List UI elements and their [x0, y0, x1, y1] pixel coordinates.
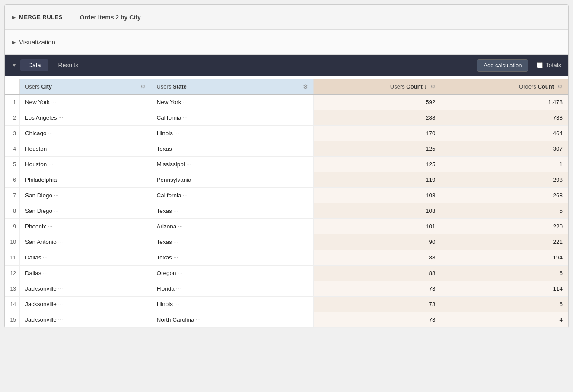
toolbar-dropdown-icon[interactable]: ▼: [12, 62, 17, 68]
cell-users-count: 73: [314, 312, 441, 328]
table-row[interactable]: 6Philadelphia···Pennsylvania···119298: [5, 172, 568, 188]
cell-city: Houston···: [19, 141, 151, 157]
toolbar: ▼ Data Results Add calculation Totals: [5, 55, 568, 76]
cell-orders-count: 194: [441, 250, 568, 266]
cell-index: 4: [5, 141, 19, 157]
cell-users-count: 108: [314, 188, 441, 203]
cell-city: Houston···: [19, 157, 151, 172]
tab-data[interactable]: Data: [20, 59, 49, 71]
cell-state: New York···: [151, 95, 314, 110]
cell-city: Dallas···: [19, 250, 151, 266]
cell-city: San Diego···: [19, 188, 151, 203]
cell-city: Chicago···: [19, 126, 151, 141]
cell-state: Illinois···: [151, 126, 314, 141]
cell-state: California···: [151, 188, 314, 203]
subtitle-prefix: Order Items 2 by: [80, 14, 129, 21]
cell-index: 2: [5, 110, 19, 126]
table-row[interactable]: 3Chicago···Illinois···170464: [5, 126, 568, 141]
cell-orders-count: 6: [441, 266, 568, 281]
cell-orders-count: 220: [441, 219, 568, 234]
table-row[interactable]: 2Los Angeles···California···288738: [5, 110, 568, 126]
cell-state: Arizona···: [151, 219, 314, 234]
data-table: Users City ⚙ Users State ⚙ Users Count ↓: [5, 76, 568, 328]
cell-city: San Diego···: [19, 203, 151, 219]
totals-checkbox[interactable]: [537, 62, 543, 68]
cell-orders-count: 464: [441, 126, 568, 141]
add-calculation-button[interactable]: Add calculation: [477, 59, 528, 72]
cell-index: 1: [5, 95, 19, 110]
table-row[interactable]: 13Jacksonville···Florida···73114: [5, 281, 568, 297]
visualization-arrow-icon[interactable]: ▶: [12, 39, 16, 45]
cell-orders-count: 6: [441, 297, 568, 312]
state-gear-icon[interactable]: ⚙: [303, 83, 308, 90]
table-row[interactable]: 1New York···New York···5921,478: [5, 95, 568, 110]
cell-orders-count: 4: [441, 312, 568, 328]
table-row[interactable]: 11Dallas···Texas···88194: [5, 250, 568, 266]
cell-city: New York···: [19, 95, 151, 110]
cell-index: 3: [5, 126, 19, 141]
orders-count-gear-icon[interactable]: ⚙: [557, 83, 563, 90]
cell-users-count: 108: [314, 203, 441, 219]
cell-state: Illinois···: [151, 297, 314, 312]
cell-users-count: 119: [314, 172, 441, 188]
cell-city: Los Angeles···: [19, 110, 151, 126]
cell-city: San Antonio···: [19, 234, 151, 250]
table-row[interactable]: 7San Diego···California···108268: [5, 188, 568, 203]
cell-users-count: 125: [314, 157, 441, 172]
cell-city: Dallas···: [19, 266, 151, 281]
tab-results[interactable]: Results: [50, 59, 86, 71]
cell-state: Oregon···: [151, 266, 314, 281]
cell-city: Phoenix···: [19, 219, 151, 234]
th-users-count: Users Count ↓ ⚙: [314, 79, 441, 95]
cell-city: Jacksonville···: [19, 312, 151, 328]
cell-index: 9: [5, 219, 19, 234]
table-row[interactable]: 10San Antonio···Texas···90221: [5, 234, 568, 250]
city-gear-icon[interactable]: ⚙: [140, 83, 146, 90]
th-city: Users City ⚙: [19, 79, 151, 95]
cell-orders-count: 221: [441, 234, 568, 250]
cell-orders-count: 298: [441, 172, 568, 188]
cell-state: Pennsylvania···: [151, 172, 314, 188]
cell-index: 10: [5, 234, 19, 250]
merge-rules-bar: ▶ MERGE RULES Order Items 2 by City: [5, 5, 568, 30]
cell-index: 7: [5, 188, 19, 203]
cell-orders-count: 1,478: [441, 95, 568, 110]
merge-rules-arrow-icon[interactable]: ▶: [12, 14, 16, 20]
cell-users-count: 288: [314, 110, 441, 126]
table-row[interactable]: 8San Diego···Texas···1085: [5, 203, 568, 219]
cell-city: Jacksonville···: [19, 297, 151, 312]
cell-orders-count: 114: [441, 281, 568, 297]
cell-state: Texas···: [151, 141, 314, 157]
cell-index: 13: [5, 281, 19, 297]
subtitle-bold: City: [129, 14, 140, 21]
visualization-label: Visualization: [19, 38, 55, 46]
table-row[interactable]: 15Jacksonville···North Carolina···734: [5, 312, 568, 328]
cell-state: North Carolina···: [151, 312, 314, 328]
totals-label[interactable]: Totals: [537, 62, 561, 69]
users-count-gear-icon[interactable]: ⚙: [430, 83, 436, 90]
cell-state: Mississippi···: [151, 157, 314, 172]
th-index: [5, 79, 19, 95]
main-container: ▶ MERGE RULES Order Items 2 by City ▶ Vi…: [4, 4, 569, 328]
th-orders-count: Orders Count ⚙: [441, 79, 568, 95]
cell-state: California···: [151, 110, 314, 126]
cell-city: Philadelphia···: [19, 172, 151, 188]
cell-index: 6: [5, 172, 19, 188]
cell-users-count: 73: [314, 297, 441, 312]
table-body: 1New York···New York···5921,4782Los Ange…: [5, 95, 568, 328]
cell-users-count: 101: [314, 219, 441, 234]
table-row[interactable]: 12Dallas···Oregon···886: [5, 266, 568, 281]
table-header-row: Users City ⚙ Users State ⚙ Users Count ↓: [5, 79, 568, 95]
table-row[interactable]: 5Houston···Mississippi···1251: [5, 157, 568, 172]
cell-users-count: 592: [314, 95, 441, 110]
table-row[interactable]: 9Phoenix···Arizona···101220: [5, 219, 568, 234]
cell-index: 5: [5, 157, 19, 172]
table-row[interactable]: 14Jacksonville···Illinois···736: [5, 297, 568, 312]
cell-state: Texas···: [151, 203, 314, 219]
cell-orders-count: 1: [441, 157, 568, 172]
cell-orders-count: 268: [441, 188, 568, 203]
table-row[interactable]: 4Houston···Texas···125307: [5, 141, 568, 157]
cell-users-count: 125: [314, 141, 441, 157]
th-state: Users State ⚙: [151, 79, 314, 95]
cell-state: Florida···: [151, 281, 314, 297]
